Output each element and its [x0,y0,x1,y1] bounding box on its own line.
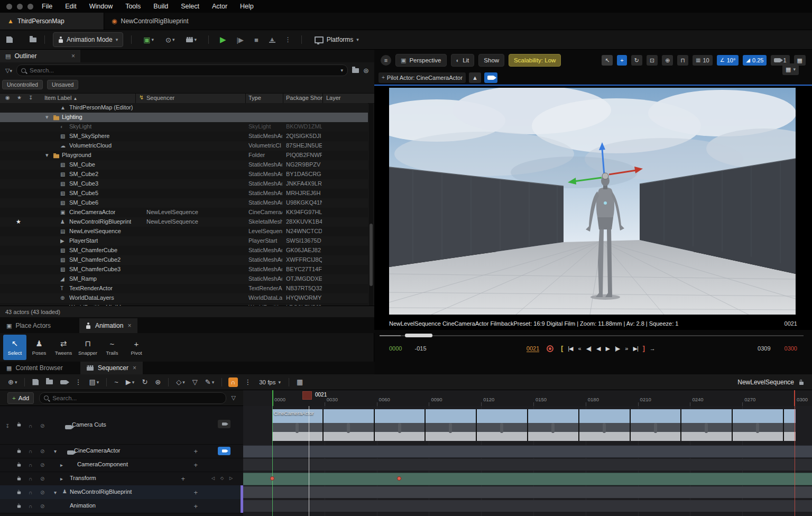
transport-button[interactable]: |▶ [615,345,620,352]
actor-label[interactable]: SM_ChamferCube [69,247,117,253]
add-section-button[interactable]: + [193,489,198,496]
track-row-cameracomponent[interactable]: ∩ ⊘ ▸ CameraComponent + [0,458,243,472]
outliner-search-input[interactable]: Search... ▾ [16,64,348,76]
lock-icon[interactable] [17,464,21,467]
lock-icon[interactable] [799,382,804,385]
camera-lock-toggle[interactable] [218,420,230,428]
fps-dropdown[interactable]: 30 fps ▾ [259,379,281,385]
curve-editor-button[interactable]: ~ [114,378,118,386]
menu-file[interactable]: File [42,3,52,10]
collapse-arrow-icon[interactable]: ▸ [60,462,63,468]
scale-snap-chip[interactable]: ◢0.25 [743,55,767,66]
outliner-row[interactable]: ▧SM_ChamferCube2StaticMeshAcXWFFRCIJ8Q [0,255,368,265]
platforms-dropdown[interactable]: Platforms ▾ [310,33,364,47]
actor-label[interactable]: CineCameraActor [69,209,115,215]
outliner-row[interactable]: ▧SM_Cube5StaticMeshAcMRHJREJ6H [0,189,368,198]
actor-label[interactable]: Playground [62,152,91,158]
outliner-row[interactable]: ▧SM_SkySphereStaticMeshAc2QISIGK5DJI [0,132,368,141]
track-row-transform[interactable]: ∩ ⊘ ▸ Transform + ◁ ◇ ▷ [0,472,243,486]
filter-icon[interactable]: ▽▾ [5,68,12,73]
window-close-button[interactable] [6,4,12,10]
loop-mode-button[interactable]: → [650,345,655,352]
column-item-label[interactable]: Item Label ▲ [44,95,77,101]
outliner-row[interactable]: ▧SM_ChamferCubeStaticMeshAcGK06JAEJ82 [0,246,368,255]
camera-view-toggle[interactable] [218,447,230,455]
sequencer-settings-button[interactable]: ⊛ [155,378,161,386]
render-options-button[interactable]: ⋮ [75,378,81,386]
select-tool[interactable]: ↖ [602,55,613,66]
cinecameraactor-section[interactable] [243,445,812,458]
save-sequence-button[interactable] [32,379,39,385]
actor-label[interactable]: SM_Cube6 [69,199,98,206]
settings-gear-icon[interactable]: ⊛ [363,67,369,74]
window-zoom-button[interactable] [27,4,33,10]
track-filter-icon[interactable]: ▽ [232,395,236,401]
actor-label[interactable]: VolumetricCloud [69,142,112,149]
cinematics-button[interactable]: ▾ [186,37,197,42]
editor-mode-dropdown[interactable]: Animation Mode ▾ [53,32,123,47]
snap-options-button[interactable]: ⋮ [244,378,251,386]
add-keyframe-button[interactable]: + [181,475,185,483]
close-icon[interactable]: × [127,322,131,329]
mute-icon[interactable]: ⊘ [40,476,44,482]
menu-window[interactable]: Window [89,3,113,10]
outliner-scrollbar[interactable] [369,103,373,306]
viewport-scrub-bar[interactable] [380,333,804,338]
add-section-button[interactable]: + [193,447,198,455]
playhead-line[interactable] [309,406,309,516]
keyframe-options-button[interactable]: ◇▾ [176,378,185,386]
expand-arrow-icon[interactable]: ▾ [54,448,57,454]
track-row-animation[interactable]: ∩ ⊘ Animation + [0,499,243,513]
transport-button[interactable]: « [578,345,581,352]
outliner-row[interactable]: ▾Lighting [0,113,368,122]
outliner-row[interactable]: ▧SM_Cube6StaticMeshAcU98KGKQ41N [0,198,368,208]
blueprints-button[interactable]: ⊙▾ [165,36,174,44]
solo-icon[interactable]: ∩ [29,476,32,482]
mute-icon[interactable]: ⊘ [40,423,44,429]
find-in-content-browser-button[interactable] [46,380,53,384]
add-section-button[interactable]: + [193,461,198,469]
edit-tracks-button[interactable]: ▤▾ [89,378,99,386]
edit-mode-button[interactable]: ✎▾ [205,378,214,386]
outliner-row[interactable]: ▾PlaygroundFolderPIQ0B2FNWF [0,151,368,160]
playhead-marker[interactable] [302,391,312,400]
scrub-handle[interactable] [405,334,432,337]
transport-button[interactable]: » [625,345,628,352]
actor-label[interactable]: PlayerStart [69,237,98,244]
chevron-down-icon[interactable]: ▾ [341,68,344,73]
record-button[interactable] [547,345,553,352]
viewport-layout-dropdown[interactable]: ▦▾ [782,63,799,75]
solo-icon[interactable]: ∩ [29,462,32,468]
window-minimize-button[interactable] [17,4,23,10]
menu-select[interactable]: Select [181,3,199,10]
play-button[interactable]: ▶ [220,35,226,44]
expand-arrow-icon[interactable]: ▾ [54,490,57,495]
outliner-row[interactable]: ▧SM_Cube2StaticMeshAcBY1DA5CRG [0,170,368,179]
star-icon[interactable]: ★ [16,218,21,225]
lock-icon[interactable] [17,492,21,494]
mute-icon[interactable]: ⊘ [40,503,44,509]
track-row-cinecameraactor[interactable]: ∩ ⊘ ▾ CineCameraActor + [0,444,243,458]
actor-label[interactable]: SM_SkySphere [69,133,109,139]
pin-icon[interactable]: ↧ [5,423,10,429]
track-search-input[interactable]: Search... [39,392,226,404]
keyframe-dot[interactable] [270,476,274,481]
camera-view-toggle[interactable] [484,72,497,83]
column-package[interactable]: Package Shor [286,95,322,101]
snap-toggle-button[interactable]: ∩ [228,377,238,387]
next-key-button[interactable]: ▷ [229,476,233,481]
menu-actor[interactable]: Actor [212,3,227,10]
anim-tool-pivot[interactable]: +Pivot [125,335,148,360]
outliner-row[interactable]: ◢SM_RampStaticMeshAcOTJMGDDXE [0,274,368,284]
sequencer-binding[interactable]: NewLevelSequence [146,218,198,225]
eject-button[interactable]: ▲ [269,37,275,43]
filter-chip-unsaved[interactable]: Unsaved [47,80,78,89]
add-actor-button[interactable]: ▣▾ [143,35,154,44]
lock-icon[interactable] [17,505,21,508]
actor-label[interactable]: SkyLight [69,123,91,130]
actor-label[interactable]: SM_ChamferCube2 [69,256,121,263]
animation-section[interactable] [243,500,812,512]
close-icon[interactable]: × [71,52,75,60]
add-track-button[interactable]: +Add [7,392,34,404]
prev-key-button[interactable]: ◁ [211,476,215,481]
